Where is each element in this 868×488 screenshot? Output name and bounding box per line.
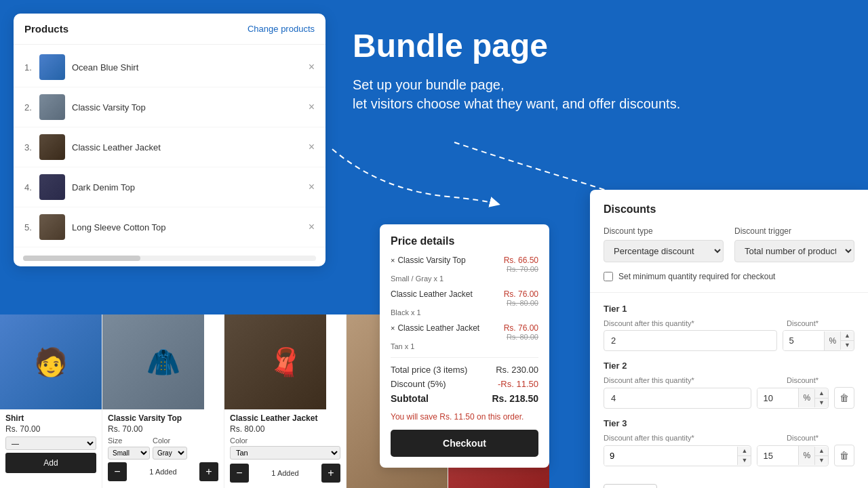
color-select[interactable]: TanBlack — [230, 446, 340, 460]
list-item: 2. Classic Varsity Top × — [14, 87, 326, 127]
tier-3-qty-decrement-button[interactable]: ▼ — [738, 456, 751, 465]
tier-2-pct: % — [798, 388, 814, 407]
remove-line-item-button[interactable]: × — [391, 256, 395, 264]
total-row: Total price (3 items) Rs. 230.00 — [391, 365, 538, 375]
tier-2-discount-input[interactable] — [757, 388, 798, 408]
card-image: 🧥 — [102, 314, 204, 409]
product-thumbnail — [39, 54, 65, 80]
discount-type-row: Discount type Percentage discount Fixed … — [604, 226, 854, 262]
tier-1-increment-button[interactable]: ▲ — [841, 331, 854, 341]
increase-quantity-button[interactable]: + — [199, 462, 218, 481]
card-body: Shirt Rs. 70.00 — Add — [0, 409, 102, 479]
card-image: 🧣 — [224, 314, 326, 409]
card-image: 🧑 — [0, 314, 102, 409]
tier-1-decrement-button[interactable]: ▼ — [841, 341, 854, 350]
line-item-name: × Classic Leather Jacket — [391, 323, 479, 333]
line-item-variant: Tan x 1 — [391, 342, 538, 350]
min-qty-checkbox[interactable] — [604, 272, 613, 281]
remove-product-button[interactable]: × — [309, 61, 315, 73]
tier-3-spinners: ▲ ▼ — [814, 447, 828, 465]
color-select[interactable]: GrayBlack — [153, 447, 187, 460]
checkout-button[interactable]: Checkout — [391, 430, 538, 457]
product-name: Dark Denim Top — [72, 182, 309, 192]
tier-3-qty-increment-button[interactable]: ▲ — [738, 447, 751, 456]
hero-subtitle: Set up your bundle page,let visitors cho… — [353, 75, 680, 113]
thumb-img — [39, 54, 65, 80]
product-card: 🧣 Classic Leather Jacket Rs. 80.00 Color… — [224, 314, 346, 488]
scrollbar[interactable] — [23, 256, 316, 261]
subtotal-value: Rs. 218.50 — [492, 393, 539, 404]
thumb-img — [39, 94, 65, 120]
min-qty-label: Set minimum quantity required for checko… — [618, 272, 775, 281]
subtotal-row: Subtotal Rs. 218.50 — [391, 393, 538, 404]
change-products-button[interactable]: Change products — [248, 24, 315, 34]
tier-3-discount-input[interactable] — [757, 446, 798, 466]
tier-3-qty-input[interactable] — [604, 446, 737, 466]
card-name: Classic Leather Jacket — [230, 413, 340, 423]
discount-type-select[interactable]: Percentage discount Fixed amount — [604, 240, 724, 262]
product-card: 🧥 Classic Varsity Top Rs. 70.00 Size Sma… — [102, 314, 224, 488]
delete-tier-2-button[interactable]: 🗑 — [834, 387, 854, 409]
size-label: Size — [108, 436, 150, 445]
products-header: Products Change products — [14, 14, 326, 45]
tier-1-pct: % — [824, 331, 840, 350]
price-line-item: × Classic Leather Jacket Rs. 76.00 Rs. 8… — [391, 323, 538, 350]
tier-3-decrement-button[interactable]: ▼ — [815, 456, 828, 465]
tier-3-increment-button[interactable]: ▲ — [815, 447, 828, 456]
size-select[interactable]: SmallMediumLarge — [108, 447, 150, 460]
delete-tier-3-button[interactable]: 🗑 — [834, 445, 854, 466]
add-to-bundle-button[interactable]: Add — [5, 453, 96, 473]
product-number: 4. — [24, 182, 39, 192]
card-price: Rs. 80.00 — [230, 424, 340, 434]
tier-3-title: Tier 3 — [604, 418, 854, 428]
thumb-img — [39, 134, 65, 160]
line-item-variant: Black x 1 — [391, 308, 538, 317]
discount-trigger-select[interactable]: Total number of products Total order val… — [734, 240, 854, 262]
tier-1-qty-input[interactable] — [604, 330, 777, 351]
line-item-price: Rs. 76.00 — [504, 289, 538, 299]
discount-value: -Rs. 11.50 — [498, 379, 538, 389]
decrease-quantity-button[interactable]: − — [108, 462, 127, 481]
card-price: Rs. 70.00 — [5, 424, 96, 434]
product-thumbnail — [39, 174, 65, 200]
qty-col-label: Discount after this quantity* — [604, 434, 781, 442]
product-name: Classic Leather Jacket — [72, 142, 309, 152]
price-values: Rs. 76.00 Rs. 80.00 — [504, 289, 538, 307]
thumb-img — [39, 174, 65, 200]
increase-quantity-button[interactable]: + — [321, 464, 340, 483]
total-value: Rs. 230.00 — [496, 365, 538, 375]
hero-section: Bundle page Set up your bundle page,let … — [353, 27, 680, 113]
add-tier-button[interactable]: Add tier — [604, 484, 657, 488]
product-name: Classic Varsity Top — [72, 102, 309, 113]
discount-label: Discount (5%) — [391, 379, 446, 389]
product-thumbnail — [39, 214, 65, 240]
tier-2-increment-button[interactable]: ▲ — [815, 389, 828, 399]
remove-product-button[interactable]: × — [309, 101, 315, 113]
tier-2-spinners: ▲ ▼ — [814, 389, 828, 407]
save-note: You will save Rs. 11.50 on this order. — [391, 412, 538, 422]
card-name: Classic Varsity Top — [108, 413, 218, 423]
decrease-quantity-button[interactable]: − — [230, 464, 249, 483]
price-values: Rs. 76.00 Rs. 80.00 — [504, 323, 538, 341]
tier-1-discount-input[interactable] — [783, 331, 824, 350]
total-label: Total price (3 items) — [391, 365, 467, 375]
tier-2-decrement-button[interactable]: ▼ — [815, 399, 828, 407]
tier-2-qty-input[interactable] — [604, 388, 751, 409]
tier-2-row: % ▲ ▼ 🗑 — [604, 387, 854, 409]
price-values: Rs. 66.50 Rs. 70.00 — [504, 256, 538, 273]
card-variant-select[interactable]: — — [5, 436, 96, 450]
product-number: 1. — [24, 62, 39, 73]
price-line-item: × Classic Varsity Top Rs. 66.50 Rs. 70.0… — [391, 256, 538, 283]
remove-product-button[interactable]: × — [309, 221, 315, 233]
remove-line-item-button[interactable]: × — [391, 324, 395, 332]
product-name: Ocean Blue Shirt — [72, 62, 309, 73]
products-title: Products — [24, 23, 68, 35]
discounts-panel: Discounts Discount type Percentage disco… — [590, 190, 868, 488]
product-card: 🧑 Shirt Rs. 70.00 — Add — [0, 314, 102, 488]
tier-3-qty-spinners: ▲ ▼ — [737, 447, 751, 465]
hero-title: Bundle page — [353, 27, 680, 64]
tier-1-section: Tier 1 Discount after this quantity* Dis… — [604, 304, 854, 351]
remove-product-button[interactable]: × — [309, 141, 315, 153]
remove-product-button[interactable]: × — [309, 181, 315, 193]
tier-1-title: Tier 1 — [604, 304, 854, 314]
